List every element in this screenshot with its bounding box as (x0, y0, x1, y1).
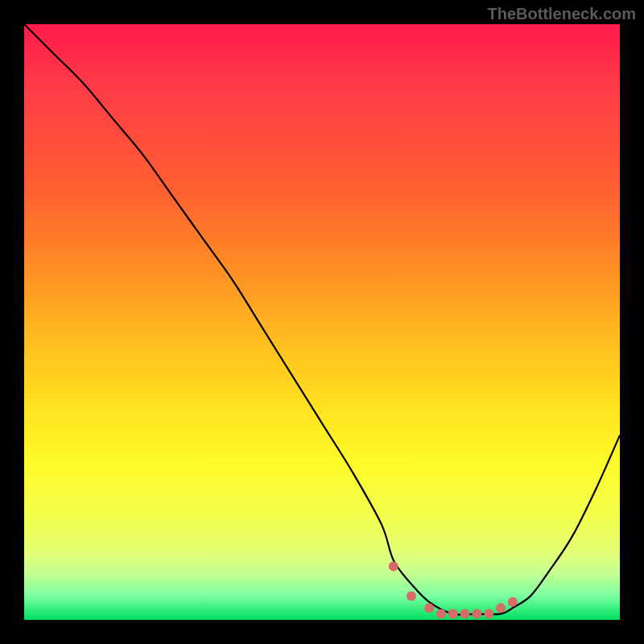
marker-dot (436, 609, 446, 619)
marker-dots (389, 561, 518, 618)
marker-dot (424, 603, 434, 613)
marker-dot (496, 603, 506, 613)
marker-dot (484, 609, 493, 619)
bottleneck-curve (24, 24, 620, 615)
marker-dot (472, 609, 481, 619)
marker-dot (407, 591, 416, 601)
marker-dot (460, 609, 470, 619)
watermark-text: TheBottleneck.com (488, 5, 636, 23)
marker-dot (448, 609, 458, 619)
curve-layer (24, 24, 620, 620)
marker-dot (389, 561, 398, 571)
marker-dot (508, 597, 518, 607)
plot-area (24, 24, 620, 620)
